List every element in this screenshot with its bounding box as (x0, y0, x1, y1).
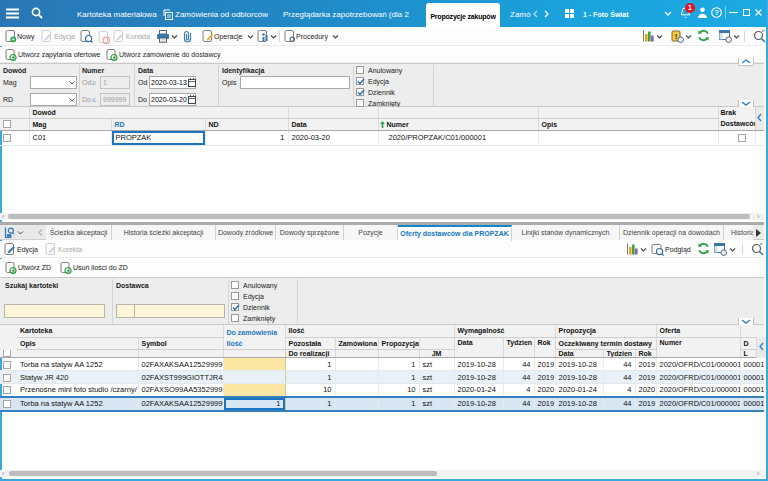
svg-text:!: ! (675, 32, 678, 41)
svg-text:?: ? (714, 8, 719, 17)
